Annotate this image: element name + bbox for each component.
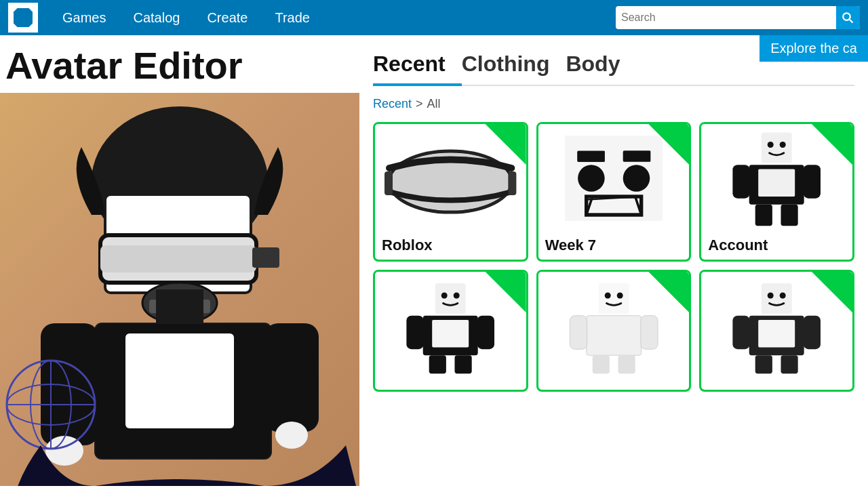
item-card-account[interactable]: Account — [699, 122, 854, 262]
svg-rect-23 — [508, 171, 516, 195]
item-image-6 — [701, 272, 852, 380]
nav-games[interactable]: Games — [49, 0, 119, 35]
svg-rect-68 — [755, 355, 772, 373]
svg-point-37 — [780, 142, 786, 148]
svg-rect-6 — [252, 247, 279, 268]
svg-rect-42 — [755, 205, 772, 226]
item-image-account — [701, 124, 852, 232]
svg-rect-61 — [762, 283, 792, 314]
svg-rect-58 — [641, 316, 658, 350]
svg-point-0 — [844, 13, 851, 20]
svg-point-54 — [604, 293, 610, 299]
svg-rect-35 — [762, 133, 792, 163]
nav-catalog[interactable]: Catalog — [119, 0, 193, 35]
svg-point-30 — [578, 165, 605, 192]
page-content: Avatar Editor — [0, 35, 868, 488]
svg-rect-49 — [407, 316, 424, 350]
explore-banner: Explore the ca — [760, 35, 868, 62]
svg-rect-69 — [781, 355, 798, 373]
svg-point-46 — [454, 293, 460, 299]
breadcrumb-root[interactable]: Recent — [373, 97, 412, 111]
svg-rect-57 — [570, 316, 587, 350]
svg-rect-56 — [586, 316, 641, 356]
nav-trade[interactable]: Trade — [261, 0, 323, 35]
item-image-roblox — [375, 124, 526, 232]
avatar-preview — [0, 93, 359, 486]
svg-rect-39 — [759, 169, 795, 197]
breadcrumb-separator: > — [416, 97, 423, 111]
svg-rect-67 — [804, 316, 821, 350]
svg-line-1 — [850, 19, 853, 22]
svg-point-31 — [623, 165, 650, 192]
right-panel: Recent Clothing Body Recent > All — [359, 35, 868, 488]
item-label-week7: Week 7 — [538, 232, 690, 260]
svg-rect-50 — [477, 316, 494, 350]
breadcrumb-current: All — [427, 97, 441, 111]
tab-clothing[interactable]: Clothing — [462, 46, 566, 85]
svg-rect-41 — [804, 165, 821, 199]
svg-point-63 — [780, 293, 786, 299]
svg-rect-65 — [759, 320, 795, 348]
svg-point-55 — [616, 293, 623, 299]
item-label-4 — [375, 380, 526, 390]
svg-rect-52 — [455, 355, 472, 373]
item-card-4[interactable] — [373, 270, 528, 392]
svg-rect-11 — [125, 333, 234, 428]
items-grid: Roblox — [373, 122, 854, 392]
item-image-4 — [375, 272, 526, 380]
avatar-panel: Avatar Editor — [0, 35, 359, 488]
item-label-6 — [701, 380, 852, 390]
search-bar — [616, 6, 860, 29]
item-image-5 — [538, 272, 690, 380]
svg-rect-53 — [598, 283, 629, 314]
svg-point-36 — [768, 142, 774, 148]
svg-rect-66 — [733, 316, 750, 350]
tab-body[interactable]: Body — [566, 46, 636, 85]
item-card-roblox[interactable]: Roblox — [373, 122, 528, 262]
search-button[interactable] — [836, 6, 860, 29]
navbar: Games Catalog Create Trade — [0, 0, 868, 35]
item-card-5[interactable] — [536, 270, 692, 392]
svg-rect-60 — [618, 355, 635, 373]
svg-rect-51 — [429, 355, 446, 373]
roblox-logo[interactable] — [8, 3, 38, 33]
page-title: Avatar Editor — [0, 35, 359, 93]
svg-rect-44 — [435, 283, 466, 314]
svg-rect-43 — [781, 205, 798, 226]
search-input[interactable] — [621, 12, 836, 24]
svg-rect-14 — [264, 323, 319, 432]
item-label-account: Account — [701, 232, 852, 260]
svg-rect-48 — [432, 320, 469, 348]
breadcrumb: Recent > All — [373, 97, 854, 111]
item-card-week7[interactable]: Week 7 — [536, 122, 692, 262]
svg-point-62 — [768, 293, 774, 299]
svg-rect-5 — [100, 245, 256, 272]
svg-rect-40 — [733, 165, 750, 199]
item-label-roblox: Roblox — [375, 232, 526, 260]
svg-rect-24 — [384, 171, 393, 195]
svg-point-45 — [441, 293, 448, 299]
tab-recent[interactable]: Recent — [373, 46, 462, 85]
item-label-5 — [538, 380, 690, 390]
item-image-week7 — [538, 124, 690, 232]
item-card-6[interactable] — [699, 270, 854, 392]
svg-point-15 — [275, 422, 308, 449]
svg-rect-59 — [592, 355, 609, 373]
nav-create[interactable]: Create — [193, 0, 261, 35]
